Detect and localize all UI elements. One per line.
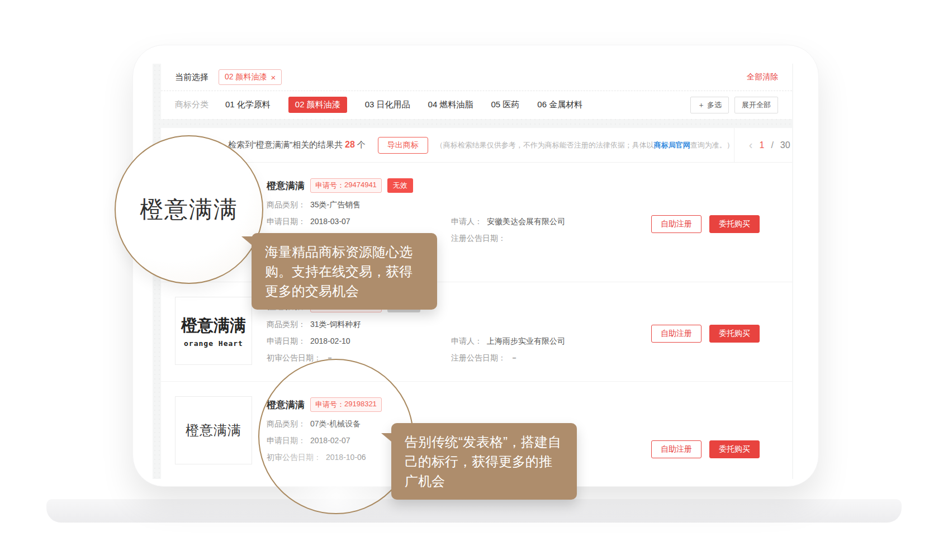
trademark-logo-text: 橙意满满 [181, 315, 246, 337]
screen-content: 当前选择 02 颜料油漆 × 全部清除 商标分类 01 化学原料 02 颜料油漆… [153, 64, 793, 479]
field-label: 商品类别： [267, 200, 306, 210]
date-applicant-line: 申请日期：2018-03-07 申请人：安徽美达会展有限公司 [267, 217, 565, 227]
category-line: 商品类别： 31类-饲料种籽 [267, 320, 565, 330]
reg-announce-col: 注册公告日期： [451, 234, 510, 244]
tab-06-metal[interactable]: 06 金属材料 [537, 97, 582, 113]
clear-all-link[interactable]: 全部清除 [747, 72, 778, 82]
multi-select-button[interactable]: ＋ 多选 [690, 97, 729, 113]
applicant-col: 申请人：安徽美达会展有限公司 [451, 217, 565, 227]
self-register-button[interactable]: 自助注册 [651, 325, 701, 343]
apply-date-col: 申请日期：2018-02-10 [267, 336, 451, 347]
category-label: 商标分类 [175, 99, 208, 110]
tab-05-medicine[interactable]: 05 医药 [491, 97, 519, 113]
field-label: 注册公告日期： [451, 353, 506, 363]
application-number-tag: 申请号：29474941 [310, 178, 382, 193]
laptop-base [46, 499, 902, 523]
category-tabs: 01 化学原料 02 颜料油漆 03 日化用品 04 燃料油脂 05 医药 06… [225, 97, 582, 113]
plus-icon: ＋ [698, 100, 705, 110]
field-label: 申请人： [451, 217, 482, 227]
date-applicant-line: 申请日期：2018-02-10 申请人：上海雨步实业有限公司 [267, 336, 565, 347]
trademark-image-tile[interactable]: 橙意满满 orange Heart [175, 297, 252, 365]
reg-announce-col: 注册公告日期：－ [451, 353, 518, 363]
trademark-image-tile[interactable]: 橙意满满 [175, 396, 252, 464]
page: 当前选择 02 颜料油漆 × 全部清除 商标分类 01 化学原料 02 颜料油漆… [0, 0, 948, 560]
row-actions: 自助注册 委托购买 [651, 440, 760, 458]
disclaimer-text: （商标检索结果仅供参考，不作为商标能否注册的法律依据；具体以商标局官网查询为准。… [436, 140, 734, 150]
application-number-label: 申请号： [315, 181, 344, 191]
prev-page-icon[interactable]: ‹ [749, 139, 753, 151]
self-register-button[interactable]: 自助注册 [651, 215, 701, 233]
field-label: 申请日期： [267, 217, 306, 227]
tab-02-paint-active[interactable]: 02 颜料油漆 [288, 97, 347, 113]
field-value: 2018-03-07 [310, 217, 350, 227]
field-label: 申请人： [451, 336, 482, 347]
category-row: 商标分类 01 化学原料 02 颜料油漆 03 日化用品 04 燃料油脂 05 … [161, 91, 792, 118]
filter-card: 当前选择 02 颜料油漆 × 全部清除 商标分类 01 化学原料 02 颜料油漆… [161, 64, 792, 119]
application-number-value: 29474941 [344, 181, 377, 191]
field-value: 2018-02-10 [310, 336, 350, 347]
row-actions: 自助注册 委托购买 [651, 325, 760, 343]
results-count: 28 [345, 140, 355, 149]
entrust-buy-button[interactable]: 委托购买 [709, 440, 760, 458]
current-page: 1 [759, 140, 764, 150]
field-value: 安徽美达会展有限公司 [487, 217, 565, 227]
field-label: 注册公告日期： [451, 234, 506, 244]
trademark-office-link[interactable]: 商标局官网 [654, 141, 690, 149]
category-line: 商品类别： 35类-广告销售 [267, 200, 565, 210]
tab-03-daily-chemical[interactable]: 03 日化用品 [365, 97, 410, 113]
announce-line: 初审公告日期：－ 注册公告日期：－ [267, 353, 565, 363]
page-divider: / [771, 140, 773, 150]
callout-bubble-trade: 海量精品商标资源随心选购。支持在线交易，获得更多的交易机会 [252, 233, 437, 310]
selected-filter-tag[interactable]: 02 颜料油漆 × [219, 69, 282, 85]
field-value: － [510, 353, 518, 363]
results-unit: 个 [357, 140, 366, 149]
callout-bubble-promo: 告别传统“发表格”，搭建自己的标行，获得更多的推广机会 [391, 423, 577, 500]
multi-select-label: 多选 [707, 100, 722, 110]
disclaimer-suffix: 查询为准。） [690, 141, 734, 149]
applicant-col: 申请人：上海雨步实业有限公司 [451, 336, 565, 347]
trademark-name[interactable]: 橙意满满 [267, 179, 305, 192]
total-pages: 30 [780, 140, 790, 150]
row-actions: 自助注册 委托购买 [651, 215, 760, 233]
field-value: 上海雨步实业有限公司 [487, 336, 565, 347]
filter-buttons: ＋ 多选 展开全部 [690, 97, 778, 113]
field-value: 31类-饲料种籽 [310, 320, 361, 330]
field-label: 商品类别： [267, 320, 306, 330]
summary-prefix: 检索到“橙意满满”相关的结果共 [228, 140, 343, 149]
export-trademarks-button[interactable]: 导出商标 [378, 137, 428, 154]
field-label: 申请日期： [267, 336, 306, 347]
disclaimer-prefix: （商标检索结果仅供参考，不作为商标能否注册的法律依据；具体以 [436, 141, 654, 149]
pagination: ‹ 1 / 30 › [734, 128, 793, 162]
results-header: 检索到“橙意满满”相关的结果共28个 导出商标 （商标检索结果仅供参考，不作为商… [161, 128, 792, 163]
tab-01-chemical[interactable]: 01 化学原料 [225, 97, 271, 113]
field-value: 35类-广告销售 [310, 200, 361, 210]
entrust-buy-button[interactable]: 委托购买 [709, 215, 760, 233]
trademark-name-line: 橙意满满 申请号：29474941 无效 [267, 178, 565, 193]
magnified-trademark-text: 橙意满满 [140, 194, 238, 225]
apply-date-col: 申请日期：2018-03-07 [267, 217, 451, 227]
magnifier-circle: 橙意满满 [115, 135, 263, 284]
tab-04-fuel-grease[interactable]: 04 燃料油脂 [428, 97, 473, 113]
remove-filter-icon[interactable]: × [271, 73, 276, 82]
current-selection-row: 当前选择 02 颜料油漆 × 全部清除 [161, 64, 792, 91]
results-summary: 检索到“橙意满满”相关的结果共28个 [228, 140, 366, 150]
selected-filter-tag-label: 02 颜料油漆 [225, 72, 267, 82]
self-register-button[interactable]: 自助注册 [651, 440, 701, 458]
current-selection-label: 当前选择 [175, 72, 208, 83]
expand-all-button[interactable]: 展开全部 [734, 97, 778, 113]
status-badge: 无效 [387, 178, 413, 193]
trademark-logo-subtext: orange Heart [184, 339, 243, 348]
entrust-buy-button[interactable]: 委托购买 [709, 325, 760, 343]
trademark-logo-text: 橙意满满 [186, 421, 241, 439]
